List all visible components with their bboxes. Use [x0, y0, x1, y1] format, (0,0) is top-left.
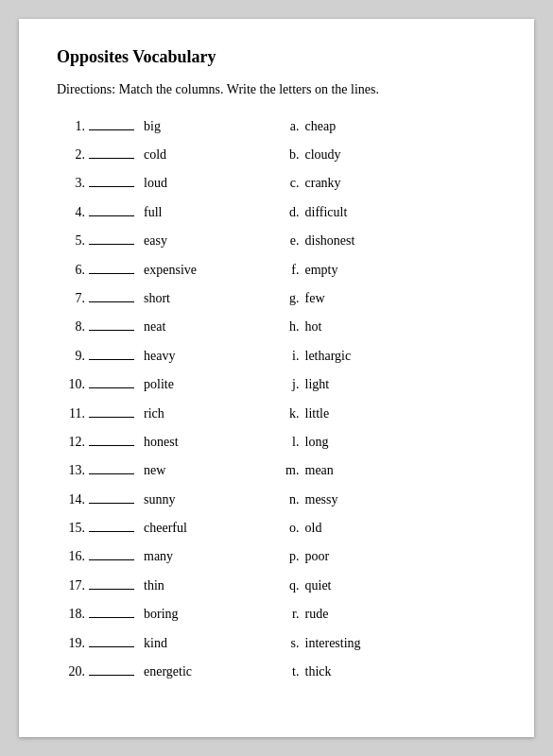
- list-item: l.long: [277, 432, 497, 453]
- list-item: 12.honest: [57, 432, 277, 453]
- vocabulary-word: short: [144, 288, 277, 309]
- worksheet-page: Opposites Vocabulary Directions: Match t…: [19, 19, 534, 737]
- item-number: 7.: [57, 288, 85, 309]
- item-letter: b.: [277, 145, 300, 165]
- answer-vocabulary-word: cloudy: [305, 145, 497, 165]
- item-number: 20.: [57, 662, 85, 682]
- vocabulary-word: kind: [144, 633, 277, 654]
- list-item: h.hot: [277, 317, 497, 337]
- list-item: 3.loud: [57, 173, 277, 194]
- answer-blank[interactable]: [89, 186, 134, 187]
- list-item: 1.big: [57, 116, 277, 137]
- item-number: 16.: [57, 546, 85, 567]
- item-number: 17.: [57, 576, 85, 596]
- vocabulary-word: many: [144, 546, 277, 567]
- list-item: 8.neat: [57, 317, 277, 337]
- answer-vocabulary-word: difficult: [305, 202, 497, 223]
- list-item: q.quiet: [277, 576, 497, 596]
- list-item: r.rude: [277, 604, 497, 625]
- item-letter: e.: [277, 231, 300, 251]
- answer-blank[interactable]: [89, 359, 134, 360]
- list-item: j.light: [277, 374, 497, 395]
- answer-blank[interactable]: [89, 215, 134, 216]
- left-column: 1.big2.cold3.loud4.full5.easy6.expensive…: [57, 116, 277, 691]
- answer-blank[interactable]: [89, 244, 134, 245]
- answer-blank[interactable]: [89, 273, 134, 274]
- item-letter: s.: [277, 633, 300, 654]
- answer-blank[interactable]: [89, 473, 134, 474]
- answer-blank[interactable]: [89, 330, 134, 331]
- list-item: p.poor: [277, 546, 497, 567]
- answer-vocabulary-word: dishonest: [305, 231, 497, 251]
- list-item: 4.full: [57, 202, 277, 223]
- list-item: 11.rich: [57, 404, 277, 424]
- list-item: o.old: [277, 518, 497, 539]
- list-item: t.thick: [277, 662, 497, 682]
- answer-vocabulary-word: empty: [305, 260, 497, 281]
- right-column: a.cheapb.cloudyc.crankyd.difficulte.dish…: [277, 116, 497, 691]
- item-letter: c.: [277, 173, 300, 194]
- answer-blank[interactable]: [89, 559, 134, 560]
- item-number: 9.: [57, 346, 85, 367]
- list-item: a.cheap: [277, 116, 497, 137]
- item-number: 1.: [57, 116, 85, 137]
- vocabulary-word: thin: [144, 576, 277, 596]
- answer-blank[interactable]: [89, 531, 134, 532]
- vocabulary-word: boring: [144, 604, 277, 625]
- list-item: 18.boring: [57, 604, 277, 625]
- vocabulary-word: new: [144, 460, 277, 481]
- columns-container: 1.big2.cold3.loud4.full5.easy6.expensive…: [57, 116, 496, 691]
- list-item: 20.energetic: [57, 662, 277, 682]
- vocabulary-word: cheerful: [144, 518, 277, 539]
- answer-blank[interactable]: [89, 158, 134, 159]
- answer-blank[interactable]: [89, 417, 134, 418]
- item-letter: h.: [277, 317, 300, 337]
- item-letter: j.: [277, 374, 300, 395]
- item-letter: r.: [277, 604, 300, 625]
- vocabulary-word: rich: [144, 404, 277, 424]
- vocabulary-word: big: [144, 116, 277, 137]
- list-item: 19.kind: [57, 633, 277, 654]
- list-item: g.few: [277, 288, 497, 309]
- item-letter: d.: [277, 202, 300, 223]
- vocabulary-word: energetic: [144, 662, 277, 682]
- item-number: 15.: [57, 518, 85, 539]
- item-letter: k.: [277, 404, 300, 424]
- answer-blank[interactable]: [89, 589, 134, 590]
- page-title: Opposites Vocabulary: [57, 47, 496, 67]
- item-number: 2.: [57, 145, 85, 165]
- list-item: d.difficult: [277, 202, 497, 223]
- answer-blank[interactable]: [89, 503, 134, 504]
- list-item: 16.many: [57, 546, 277, 567]
- list-item: 6.expensive: [57, 260, 277, 281]
- item-number: 3.: [57, 173, 85, 194]
- list-item: 10.polite: [57, 374, 277, 395]
- item-number: 10.: [57, 374, 85, 395]
- list-item: m.mean: [277, 460, 497, 481]
- vocabulary-word: expensive: [144, 260, 277, 281]
- list-item: c.cranky: [277, 173, 497, 194]
- list-item: e.dishonest: [277, 231, 497, 251]
- list-item: 13.new: [57, 460, 277, 481]
- answer-vocabulary-word: cranky: [305, 173, 497, 194]
- answer-vocabulary-word: cheap: [305, 116, 497, 137]
- item-number: 8.: [57, 317, 85, 337]
- item-number: 12.: [57, 432, 85, 453]
- answer-vocabulary-word: thick: [305, 662, 497, 682]
- list-item: b.cloudy: [277, 145, 497, 165]
- answer-blank[interactable]: [89, 646, 134, 647]
- list-item: s.interesting: [277, 633, 497, 654]
- answer-vocabulary-word: rude: [305, 604, 497, 625]
- answer-blank[interactable]: [89, 129, 134, 130]
- vocabulary-word: full: [144, 202, 277, 223]
- vocabulary-word: loud: [144, 173, 277, 194]
- item-number: 18.: [57, 604, 85, 625]
- answer-blank[interactable]: [89, 301, 134, 302]
- answer-blank[interactable]: [89, 617, 134, 618]
- answer-blank[interactable]: [89, 387, 134, 388]
- answer-blank[interactable]: [89, 675, 134, 676]
- answer-blank[interactable]: [89, 445, 134, 446]
- item-letter: a.: [277, 116, 300, 137]
- answer-vocabulary-word: little: [305, 404, 497, 424]
- list-item: 17.thin: [57, 576, 277, 596]
